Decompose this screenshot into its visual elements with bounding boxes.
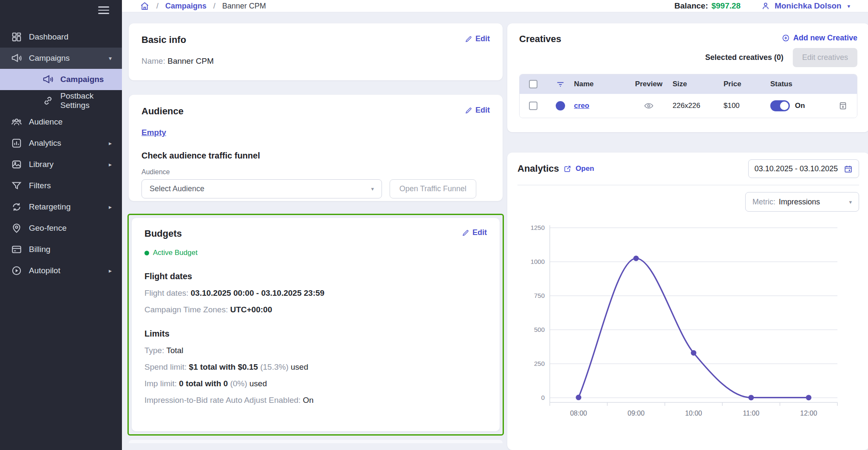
- sidebar-item-postback-settings[interactable]: Postback Settings: [0, 90, 122, 111]
- svg-text:10:00: 10:00: [685, 410, 702, 417]
- spend-limit-line: Spend limit: $1 total with $0.15 (15.3%)…: [144, 362, 487, 372]
- creatives-table-header: Name Preview Size Price Status: [520, 74, 857, 94]
- status-toggle-label: On: [795, 102, 805, 110]
- creative-size: 226x226: [673, 102, 724, 110]
- date-range-picker[interactable]: 03.10.2025 - 03.10.2025: [748, 159, 859, 178]
- home-icon[interactable]: [140, 1, 150, 11]
- chevron-right-icon: ▸: [109, 161, 112, 168]
- link-icon: [42, 95, 54, 106]
- imp-limit-line: Imp limit: 0 total with 0 (0%) used: [144, 379, 487, 388]
- metric-select[interactable]: Metric: Impressions ▾: [745, 192, 859, 212]
- user-menu[interactable]: Monichka Dolson ▾: [761, 1, 850, 11]
- pencil-icon: [462, 229, 469, 237]
- open-traffic-funnel-button[interactable]: Open Traffic Funnel: [390, 179, 476, 198]
- retargeting-icon: [11, 201, 22, 212]
- autopilot-icon: [11, 265, 22, 276]
- select-all-checkbox[interactable]: [529, 80, 537, 88]
- sidebar-item-retargeting[interactable]: Retargeting ▸: [0, 196, 122, 218]
- creative-status-dot: [556, 101, 565, 110]
- sidebar-item-geo-fence[interactable]: Geo-fence: [0, 218, 122, 239]
- dashboard-icon: [11, 31, 22, 42]
- audience-icon: [11, 116, 22, 127]
- chevron-right-icon: ▸: [109, 140, 112, 147]
- breadcrumb-separator: /: [156, 2, 158, 11]
- sidebar-item-label: Retargeting: [29, 202, 71, 212]
- sidebar-item-label: Postback Settings: [60, 91, 112, 110]
- sidebar-item-dashboard[interactable]: Dashboard: [0, 26, 122, 48]
- audience-title: Audience: [141, 106, 184, 117]
- column-header-preview: Preview: [625, 80, 673, 88]
- balance: Balance:$997.28: [674, 1, 741, 11]
- column-header-price: Price: [724, 80, 770, 88]
- sidebar-item-label: Audience: [29, 117, 62, 127]
- hamburger-menu-icon[interactable]: [98, 4, 109, 16]
- sidebar-item-label: Analytics: [29, 139, 61, 148]
- creative-name-link[interactable]: creo: [574, 102, 589, 110]
- credit-card-icon: [11, 244, 22, 255]
- active-budget-badge: Active Budget: [144, 249, 487, 257]
- edit-audience-button[interactable]: Edit: [465, 106, 490, 115]
- megaphone-icon: [11, 53, 22, 64]
- balance-value: $997.28: [711, 1, 741, 10]
- selected-creatives-count: Selected creatives (0): [705, 53, 783, 62]
- svg-text:12:00: 12:00: [800, 410, 817, 417]
- column-header-status: Status: [770, 80, 838, 88]
- content: Basic info Edit Name: Banner CPM Audienc…: [122, 12, 868, 450]
- funnel-icon: [11, 180, 22, 191]
- edit-creatives-button[interactable]: Edit creatives: [793, 48, 857, 67]
- sidebar-item-label: Library: [29, 160, 54, 169]
- archive-icon[interactable]: [838, 101, 848, 110]
- campaign-name-line: Name: Banner CPM: [141, 57, 490, 66]
- edit-budgets-button[interactable]: Edit: [462, 228, 487, 237]
- calendar-icon: [844, 164, 853, 173]
- library-icon: [11, 159, 22, 170]
- eye-icon[interactable]: [644, 101, 654, 111]
- sidebar-item-billing[interactable]: Billing: [0, 239, 122, 260]
- next-card-edge: [129, 440, 503, 443]
- edit-basic-info-button[interactable]: Edit: [465, 34, 490, 43]
- sidebar: Dashboard Campaigns ▾ Campaigns Postback…: [0, 0, 122, 450]
- left-column: Basic info Edit Name: Banner CPM Audienc…: [127, 23, 504, 450]
- budgets-title: Budgets: [144, 228, 182, 239]
- add-new-creative-button[interactable]: Add new Creative: [782, 34, 857, 42]
- creatives-title: Creatives: [519, 34, 561, 45]
- limits-title: Limits: [144, 329, 487, 339]
- green-dot-icon: [144, 251, 149, 255]
- sidebar-item-label: Filters: [29, 181, 51, 190]
- impressions-line-chart: 02505007501000125008:0009:0010:0011:0012…: [517, 219, 853, 423]
- analytics-open-link[interactable]: Open: [576, 164, 594, 173]
- name-label: Name:: [141, 57, 165, 65]
- row-checkbox[interactable]: [529, 102, 537, 110]
- audience-select[interactable]: Select Audience ▾: [141, 179, 382, 198]
- status-toggle[interactable]: [770, 100, 790, 111]
- svg-text:08:00: 08:00: [570, 410, 587, 417]
- sidebar-item-filters[interactable]: Filters: [0, 175, 122, 196]
- sidebar-item-label: Geo-fence: [29, 224, 67, 233]
- basic-info-title: Basic info: [141, 34, 186, 45]
- flight-dates-title: Flight dates: [144, 272, 487, 281]
- audience-card: Audience Edit Empty Check audience traff…: [129, 95, 503, 201]
- main-area: / Campaigns / Banner CPM Balance:$997.28…: [122, 0, 868, 450]
- analytics-title: Analytics: [517, 163, 559, 174]
- filter-lines-icon[interactable]: [556, 79, 565, 89]
- svg-text:250: 250: [534, 360, 545, 367]
- audience-empty-link[interactable]: Empty: [141, 128, 166, 137]
- sidebar-item-analytics[interactable]: Analytics ▸: [0, 133, 122, 154]
- external-link-icon[interactable]: [563, 165, 571, 173]
- sidebar-item-campaigns[interactable]: Campaigns: [0, 69, 122, 90]
- sidebar-item-library[interactable]: Library ▸: [0, 154, 122, 175]
- sidebar-item-label: Campaigns: [29, 54, 70, 63]
- svg-text:09:00: 09:00: [628, 410, 645, 417]
- budgets-card: Budgets Edit Active Budget Flight dates: [132, 218, 500, 431]
- sidebar-item-campaigns-parent[interactable]: Campaigns ▾: [0, 48, 122, 69]
- audience-select-label: Audience: [141, 168, 490, 176]
- sidebar-item-audience[interactable]: Audience: [0, 111, 122, 133]
- balance-label: Balance:: [674, 1, 708, 10]
- topbar: / Campaigns / Banner CPM Balance:$997.28…: [122, 0, 868, 12]
- sidebar-item-autopilot[interactable]: Autopilot ▸: [0, 260, 122, 281]
- breadcrumb-link-campaigns[interactable]: Campaigns: [165, 2, 206, 11]
- breadcrumb-separator: /: [213, 2, 215, 11]
- sidebar-item-label: Dashboard: [29, 32, 68, 42]
- chevron-down-icon: ▾: [847, 3, 850, 9]
- user-icon: [761, 1, 770, 11]
